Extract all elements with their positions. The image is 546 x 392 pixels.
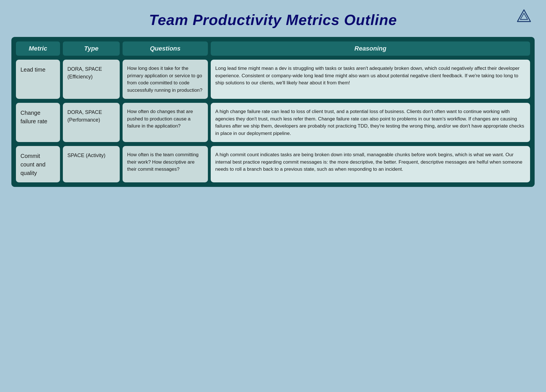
metric-cell-1: Change failure rate [16,103,60,142]
page-title: Team Productivity Metrics Outline [149,11,397,28]
table-row: Change failure rate DORA, SPACE (Perform… [16,103,530,142]
type-cell-2: SPACE (Activity) [63,146,120,182]
reasoning-cell-2: A high commit count indicates tasks are … [211,146,530,182]
reasoning-cell-1: A high change failure rate can lead to l… [211,103,530,142]
question-cell-1: How often do changes that are pushed to … [123,103,208,142]
metric-cell-2: Commit count and quality [16,146,60,182]
logo-icon [516,9,532,25]
header-questions: Questions [123,41,208,56]
table-container: Metric Type Questions Reasoning Lead tim… [11,37,535,187]
question-cell-0: How long does it take for the primary ap… [123,60,208,99]
header-metric: Metric [16,41,60,56]
metric-cell-0: Lead time [16,60,60,99]
table-row: Lead time DORA, SPACE (Efficiency) How l… [16,60,530,99]
type-cell-1: DORA, SPACE (Performance) [63,103,120,142]
table-header: Metric Type Questions Reasoning [16,41,530,56]
type-cell-0: DORA, SPACE (Efficiency) [63,60,120,99]
reasoning-cell-0: Long lead time might mean a dev is strug… [211,60,530,99]
header-reasoning: Reasoning [211,41,530,56]
table-row: Commit count and quality SPACE (Activity… [16,146,530,182]
header-type: Type [63,41,120,56]
question-cell-2: How often is the team committing their w… [123,146,208,182]
header-area: Team Productivity Metrics Outline [11,9,535,34]
table-body: Lead time DORA, SPACE (Efficiency) How l… [16,60,530,182]
page-wrapper: Team Productivity Metrics Outline Metric… [0,0,546,198]
